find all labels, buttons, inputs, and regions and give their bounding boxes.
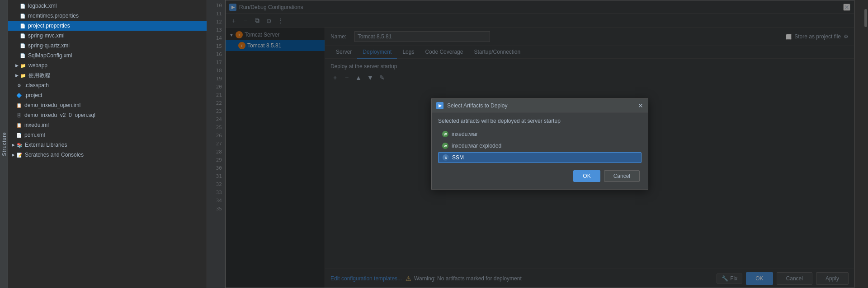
line-31: 31 (207, 172, 225, 181)
folder-icon: 📁 (19, 62, 27, 69)
run-debug-dialog: ▶ Run/Debug Configurations ✕ + − ⧉ ⊙ ⋮ ▼… (225, 0, 854, 288)
artifact-cancel-button[interactable]: Cancel (604, 170, 640, 182)
line-23: 23 (207, 107, 225, 116)
right-scrollbar[interactable] (863, 0, 868, 288)
line-29: 29 (207, 156, 225, 164)
tree-item-label: External Libraries (25, 142, 67, 148)
classpath-icon: ⚙ (15, 82, 23, 89)
tree-item-label: pom.xml (24, 132, 45, 138)
xml-icon: 📄 (19, 32, 26, 39)
properties-icon: 📄 (19, 12, 26, 19)
line-34: 34 (207, 197, 225, 205)
line-32: 32 (207, 181, 225, 189)
tree-item-webapp[interactable]: ▶ 📁 webapp (8, 60, 207, 70)
tree-item-label: spring-quartz.xml (28, 42, 70, 49)
line-30: 30 (207, 164, 225, 172)
line-13: 13 (207, 26, 225, 34)
overlay: ▶ Select Artifacts to Deploy ✕ Selected … (226, 0, 854, 288)
tree-item-demo-iml[interactable]: 📋 demo_inxedu_open.iml (8, 100, 207, 110)
line-33: 33 (207, 189, 225, 197)
iml-icon: 📋 (15, 102, 23, 109)
tree-item-inxedu-iml[interactable]: 📋 inxedu.iml (8, 120, 207, 130)
project-icon: 🔷 (15, 92, 23, 99)
main-content: ▶ Run/Debug Configurations ✕ + − ⧉ ⊙ ⋮ ▼… (225, 0, 863, 288)
tree-item-label: memtimes.properties (28, 13, 79, 19)
line-25: 25 (207, 124, 225, 132)
xml-icon: 📄 (19, 2, 26, 9)
line-15: 15 (207, 42, 225, 51)
line-19: 19 (207, 75, 225, 83)
line-11: 11 (207, 10, 225, 18)
tree-item-label: project.properties (28, 23, 70, 29)
line-18: 18 (207, 67, 225, 75)
file-tree-panel: 📄 logback.xml 📄 memtimes.properties 📄 pr… (8, 0, 207, 288)
line-numbers: 10 11 12 13 14 15 16 17 18 19 20 21 22 2… (207, 0, 225, 288)
tree-item-label: .classpath (24, 82, 49, 88)
tree-item-tutorial[interactable]: ▶ 📁 使用教程 (8, 70, 207, 80)
artifact-close-button[interactable]: ✕ (638, 102, 643, 109)
tree-item-label: webapp (28, 62, 47, 69)
tree-item-sqlmapconfig[interactable]: 📄 SqlMapConfig.xml (8, 51, 207, 60)
line-10: 10 (207, 2, 225, 10)
tree-item-classpath[interactable]: ⚙ .classpath (8, 80, 207, 90)
tree-item-scratches[interactable]: ▶ 📝 Scratches and Consoles (8, 150, 207, 160)
library-icon: 📚 (16, 141, 23, 149)
tree-item-label: 使用教程 (28, 72, 50, 79)
xml-icon: 📄 (19, 52, 26, 59)
artifact-action-buttons: OK Cancel (438, 167, 642, 184)
tree-item-label: inxedu.iml (24, 122, 49, 128)
artifact-title-bar: ▶ Select Artifacts to Deploy ✕ (432, 99, 648, 112)
line-20: 20 (207, 83, 225, 91)
artifact-list: W inxedu:war W inxedu:war exploded (438, 129, 642, 163)
war-icon: W (442, 130, 449, 138)
tree-item-sql[interactable]: 🗄 demo_inxedu_v2_0_open.sql (8, 110, 207, 120)
tree-item-memtimes[interactable]: 📄 memtimes.properties (8, 11, 207, 21)
tree-item-label: SqlMapConfig.xml (28, 52, 72, 59)
arrow-icon: ▶ (12, 153, 15, 157)
sql-icon: 🗄 (15, 111, 23, 119)
tree-item-external-libs[interactable]: ▶ 📚 External Libraries (8, 140, 207, 150)
tree-item-spring-quartz[interactable]: 📄 spring-quartz.xml (8, 41, 207, 51)
line-35: 35 (207, 205, 225, 213)
artifact-dialog-icon: ▶ (436, 102, 443, 109)
xml-icon: 📄 (19, 42, 26, 49)
tree-item-label: .project (24, 92, 42, 98)
line-27: 27 (207, 140, 225, 148)
tree-item-logback[interactable]: 📄 logback.xml (8, 1, 207, 11)
properties-icon: 📄 (19, 22, 26, 29)
artifact-dialog: ▶ Select Artifacts to Deploy ✕ Selected … (431, 98, 648, 190)
structure-tab[interactable]: Structure (0, 0, 8, 288)
arrow-icon: ▶ (12, 143, 15, 147)
xml-icon: 📄 (15, 131, 23, 139)
ssm-icon: S (442, 154, 449, 161)
artifact-item-inxedu-war-exploded[interactable]: W inxedu:war exploded (438, 140, 642, 151)
tree-item-label: logback.xml (28, 3, 57, 9)
artifact-dialog-body: Selected artifacts will be deployed at s… (432, 112, 648, 189)
file-tree-content: 📄 logback.xml 📄 memtimes.properties 📄 pr… (8, 0, 207, 288)
arrow-icon: ▶ (15, 73, 19, 78)
artifact-subtitle: Selected artifacts will be deployed at s… (438, 118, 642, 124)
artifact-item-inxedu-war[interactable]: W inxedu:war (438, 129, 642, 139)
line-28: 28 (207, 148, 225, 156)
line-22: 22 (207, 99, 225, 107)
line-26: 26 (207, 132, 225, 140)
war-exploded-icon: W (442, 142, 449, 149)
line-24: 24 (207, 116, 225, 124)
line-21: 21 (207, 91, 225, 99)
folder-icon: 📁 (19, 72, 27, 79)
line-12: 12 (207, 18, 225, 26)
artifact-item-ssm[interactable]: S SSM (438, 152, 642, 163)
artifact-item-label: inxedu:war exploded (452, 143, 501, 149)
tree-item-project-properties[interactable]: 📄 project.properties (8, 21, 207, 31)
tree-item-spring-mvc[interactable]: 📄 spring-mvc.xml (8, 31, 207, 41)
scroll-thumb[interactable] (864, 9, 867, 27)
tree-item-pom[interactable]: 📄 pom.xml (8, 130, 207, 140)
line-14: 14 (207, 34, 225, 42)
tree-item-dot-project[interactable]: 🔷 .project (8, 90, 207, 100)
artifact-ok-button[interactable]: OK (573, 170, 600, 182)
tree-item-label: demo_inxedu_v2_0_open.sql (24, 112, 95, 118)
structure-tab-label: Structure (1, 132, 7, 156)
tree-item-label: Scratches and Consoles (25, 152, 84, 158)
line-16: 16 (207, 51, 225, 59)
artifact-item-label: SSM (452, 154, 464, 161)
